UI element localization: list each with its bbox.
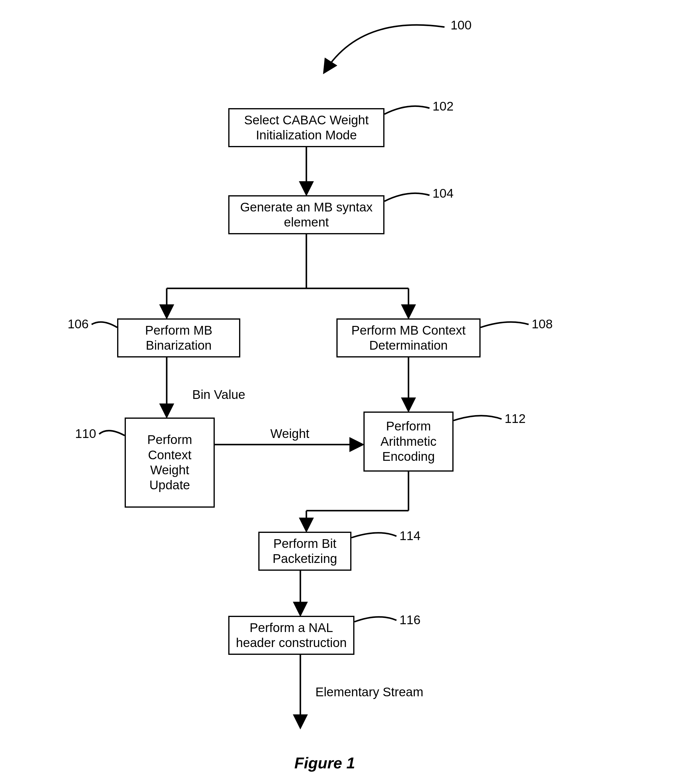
ref-116: 116	[400, 613, 420, 627]
ref-110: 110	[75, 426, 96, 441]
ref-112: 112	[504, 412, 526, 426]
ref-114: 114	[400, 529, 420, 543]
box-102: Select CABAC Weight Initialization Mode	[228, 108, 384, 147]
edge-label-binvalue: Bin Value	[192, 387, 245, 402]
box-110: Perform Context Weight Update	[125, 417, 215, 508]
box-114: Perform Bit Packetizing	[258, 532, 352, 571]
ref-106: 106	[68, 317, 89, 331]
ref-104: 104	[433, 186, 453, 201]
box-116: Perform a NAL header construction	[228, 616, 355, 655]
box-112: Perform Arithmetic Encoding	[363, 412, 453, 471]
ref-102: 102	[433, 99, 453, 114]
ref-108: 108	[532, 317, 552, 331]
diagram-canvas: Select CABAC Weight Initialization Mode …	[0, 0, 677, 784]
box-106: Perform MB Binarization	[117, 319, 240, 358]
edge-label-weight: Weight	[270, 426, 310, 441]
box-108: Perform MB Context Determination	[336, 319, 481, 358]
figure-caption: Figure 1	[294, 754, 355, 772]
box-104: Generate an MB syntax element	[228, 195, 384, 234]
ref-100: 100	[451, 18, 472, 33]
edge-label-elementary: Elementary Stream	[315, 685, 423, 699]
